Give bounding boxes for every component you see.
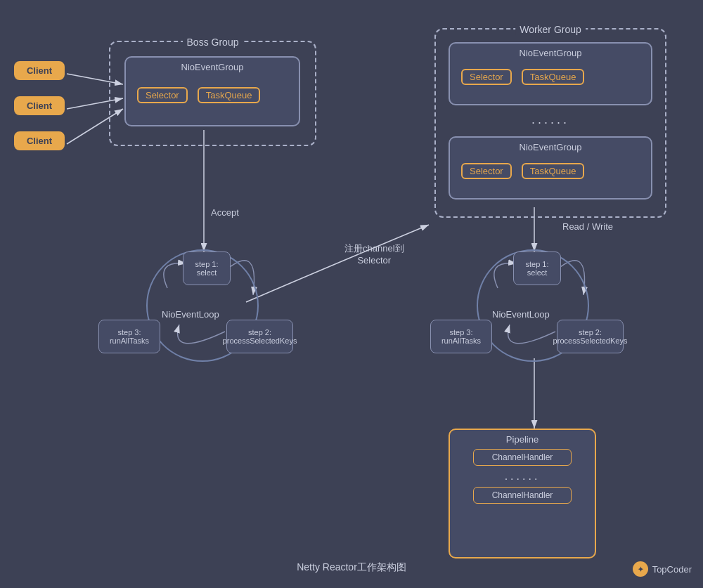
worker-nio-event-group-2-box: NioEventGroup Selector TaskQueue	[449, 136, 652, 200]
worker-selector-2-pill: Selector	[461, 163, 512, 179]
pipeline-dots: ......	[505, 470, 541, 482]
pipeline-box: Pipeline ChannelHandler ...... ChannelHa…	[449, 429, 596, 558]
worker-nio-event-group-1-box: NioEventGroup Selector TaskQueue	[449, 42, 652, 105]
client-3: Client	[14, 131, 65, 150]
watermark-label: TopCoder	[652, 564, 692, 575]
channel-handler-1: ChannelHandler	[473, 449, 572, 466]
worker-taskqueue-1-pill: TaskQueue	[522, 69, 585, 85]
boss-selector-pill: Selector	[137, 87, 188, 103]
worker-nio-event-group-1-title: NioEventGroup	[520, 48, 582, 58]
watermark: ✦ TopCoder	[633, 561, 692, 577]
register-label: 注册channel到 Selector	[344, 232, 404, 266]
worker-selector-1-pill: Selector	[461, 69, 512, 85]
worker-group-box: Worker Group NioEventGroup Selector Task…	[434, 28, 666, 218]
boss-nio-event-group-title: NioEventGroup	[181, 62, 244, 72]
worker-step3-box: step 3: runAllTasks	[430, 320, 492, 353]
watermark-icon: ✦	[633, 561, 648, 577]
accept-label: Accept	[211, 207, 239, 218]
worker-step2-box: step 2: processSelectedKeys	[557, 320, 624, 353]
worker-step1-box: step 1: select	[513, 251, 561, 285]
worker-group-title: Worker Group	[515, 24, 586, 35]
client-1: Client	[14, 61, 65, 80]
boss-step1-box: step 1: select	[183, 251, 231, 285]
client-2: Client	[14, 96, 65, 115]
channel-handler-2: ChannelHandler	[473, 487, 572, 504]
boss-nio-event-group-box: NioEventGroup Selector TaskQueue	[124, 56, 300, 126]
worker-taskqueue-2-pill: TaskQueue	[522, 163, 585, 179]
boss-group-box: Boss Group NioEventGroup Selector TaskQu…	[109, 41, 316, 146]
diagram-container: Client Client Client Boss Group NioEvent…	[0, 0, 703, 588]
read-write-label: Read / Write	[562, 221, 613, 232]
client-1-label: Client	[27, 65, 52, 76]
boss-taskqueue-pill: TaskQueue	[198, 87, 261, 103]
pipeline-title: Pipeline	[450, 434, 595, 445]
worker-nio-event-group-2-title: NioEventGroup	[520, 142, 582, 152]
boss-step3-box: step 3: runAllTasks	[98, 320, 160, 353]
bottom-caption: Netty Reactor工作架构图	[297, 561, 406, 574]
boss-step2-box: step 2: processSelectedKeys	[226, 320, 293, 353]
worker-dots: ......	[531, 112, 569, 127]
worker-loop-label: NioEventLoop	[492, 309, 550, 320]
boss-loop-label: NioEventLoop	[162, 309, 219, 320]
boss-group-title: Boss Group	[183, 37, 243, 48]
client-2-label: Client	[27, 100, 52, 111]
client-3-label: Client	[27, 136, 52, 146]
